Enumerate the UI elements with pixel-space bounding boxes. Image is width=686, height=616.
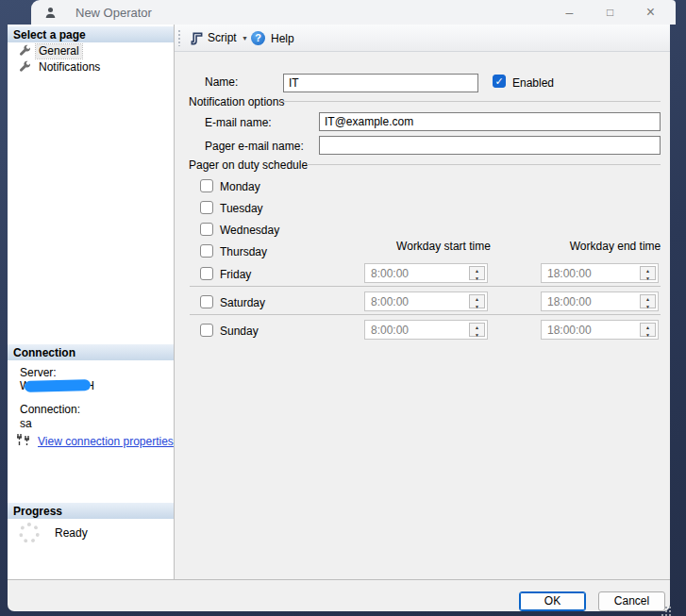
tuesday-checkbox[interactable] [200, 201, 213, 214]
pager-email-input[interactable] [319, 136, 661, 155]
wednesday-checkbox[interactable] [200, 223, 213, 236]
spin-buttons[interactable]: ▲▼ [640, 266, 656, 280]
spin-up-icon[interactable]: ▲ [641, 295, 655, 303]
workday-start-header: Workday start time [366, 240, 521, 253]
minimize-button[interactable]: – [549, 0, 590, 25]
general-page-panel: Name: ✓ Enabled Notification options E-m… [175, 52, 670, 579]
time-value: 18:00:00 [547, 324, 592, 337]
spin-down-icon[interactable]: ▼ [470, 303, 484, 310]
spin-down-icon[interactable]: ▼ [641, 275, 655, 282]
saturday-label: Saturday [220, 296, 265, 309]
friday-label: Friday [220, 268, 251, 281]
script-dropdown-icon[interactable]: ▼ [242, 35, 248, 42]
cancel-button[interactable]: Cancel [598, 591, 665, 611]
sunday-start-time-spinner[interactable]: 8:00:00 ▲▼ [364, 320, 488, 340]
operator-person-icon [44, 7, 57, 19]
friday-checkbox[interactable] [200, 267, 213, 280]
row-separator [190, 286, 661, 287]
sidebar-item-general[interactable]: General [36, 44, 82, 58]
connection-label: Connection: [20, 403, 80, 416]
ok-button[interactable]: OK [519, 591, 586, 611]
select-a-page-header: Select a page [8, 26, 174, 42]
group-divider [307, 164, 661, 165]
saturday-start-time-spinner[interactable]: 8:00:00 ▲▼ [364, 291, 488, 311]
window-title: New Operator [75, 6, 152, 20]
help-button[interactable]: Help [271, 32, 294, 45]
titlebar: New Operator – □ × [31, 0, 676, 25]
wrench-icon [19, 60, 31, 73]
pager-email-label: Pager e-mail name: [205, 140, 304, 153]
wednesday-label: Wednesday [220, 224, 279, 237]
connection-value: sa [20, 417, 32, 430]
connection-properties-icon [15, 433, 31, 449]
connection-header: Connection [8, 344, 174, 360]
close-button[interactable]: × [630, 0, 671, 25]
sunday-label: Sunday [220, 325, 259, 338]
new-operator-dialog: Select a page General Notifications Conn… [8, 25, 670, 611]
monday-checkbox[interactable] [200, 179, 213, 192]
row-separator [190, 314, 661, 315]
enabled-label: Enabled [512, 76, 554, 90]
spin-up-icon[interactable]: ▲ [470, 295, 484, 303]
workday-end-header: Workday end time [538, 240, 686, 253]
thursday-label: Thursday [220, 245, 267, 258]
friday-start-time-spinner[interactable]: 8:00:00 ▲▼ [364, 263, 488, 283]
time-value: 8:00:00 [371, 295, 409, 308]
spin-down-icon[interactable]: ▼ [641, 331, 655, 339]
time-value: 18:00:00 [547, 267, 592, 280]
server-label: Server: [20, 366, 57, 379]
friday-end-time-spinner[interactable]: 18:00:00 ▲▼ [541, 263, 659, 283]
sidebar-item-notifications[interactable]: Notifications [36, 60, 103, 75]
server-value-redacted: WH [20, 379, 94, 392]
spin-down-icon[interactable]: ▼ [470, 331, 484, 339]
progress-spinner-icon [19, 523, 40, 543]
sidebar: Select a page General Notifications Conn… [8, 25, 175, 579]
spin-down-icon[interactable]: ▼ [641, 303, 655, 310]
spin-up-icon[interactable]: ▲ [641, 324, 655, 331]
thursday-checkbox[interactable] [200, 244, 213, 258]
progress-header: Progress [8, 503, 174, 519]
spin-buttons[interactable]: ▲▼ [469, 323, 485, 337]
time-value: 18:00:00 [547, 295, 592, 308]
redaction-scribble [25, 379, 91, 392]
group-divider [280, 101, 661, 102]
email-name-label: E-mail name: [205, 116, 272, 129]
time-value: 8:00:00 [371, 267, 409, 280]
spin-down-icon[interactable]: ▼ [470, 275, 484, 282]
spin-buttons[interactable]: ▲▼ [469, 266, 485, 280]
pager-schedule-group-label: Pager on duty schedule [189, 158, 308, 172]
resize-grip[interactable] [665, 607, 667, 608]
name-label: Name: [205, 75, 238, 89]
view-connection-properties-link[interactable]: View connection properties [38, 435, 174, 448]
script-button[interactable]: Script [208, 31, 237, 44]
spin-buttons[interactable]: ▲▼ [469, 294, 485, 308]
progress-status: Ready [55, 526, 88, 540]
saturday-checkbox[interactable] [200, 295, 213, 308]
time-value: 8:00:00 [371, 324, 409, 337]
footer-bar: OK Cancel [8, 579, 670, 611]
spin-up-icon[interactable]: ▲ [470, 324, 484, 331]
help-icon: ? [251, 31, 265, 45]
wrench-icon [19, 44, 31, 57]
tuesday-label: Tuesday [220, 202, 263, 215]
toolbar-grip[interactable] [178, 30, 180, 46]
sunday-end-time-spinner[interactable]: 18:00:00 ▲▼ [541, 320, 659, 340]
email-name-input[interactable] [319, 112, 661, 131]
notification-options-group-label: Notification options [189, 95, 284, 108]
toolbar: Script ▼ ? Help [175, 25, 670, 52]
spin-buttons[interactable]: ▲▼ [640, 294, 656, 308]
spin-buttons[interactable]: ▲▼ [640, 323, 656, 337]
saturday-end-time-spinner[interactable]: 18:00:00 ▲▼ [541, 291, 659, 311]
spin-up-icon[interactable]: ▲ [470, 267, 484, 275]
maximize-button[interactable]: □ [590, 0, 630, 25]
script-icon [190, 31, 204, 48]
name-input[interactable] [283, 74, 478, 92]
sunday-checkbox[interactable] [200, 324, 213, 337]
monday-label: Monday [220, 180, 260, 193]
enabled-checkbox[interactable]: ✓ [493, 75, 506, 88]
spin-up-icon[interactable]: ▲ [641, 267, 655, 275]
screen-background: { "window": { "title": "New Operator" },… [0, 0, 686, 616]
